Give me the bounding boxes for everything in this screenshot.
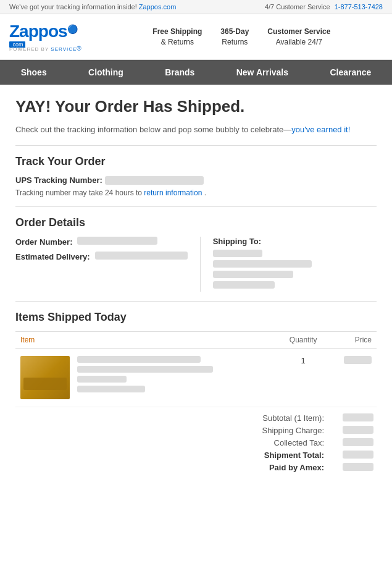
subtitle-link[interactable]: you've earned it! <box>291 125 350 134</box>
shipment-total-label: Shipment Total: <box>188 451 324 460</box>
order-details-right: Shipping To: <box>201 237 377 292</box>
addr-line-3 <box>213 271 293 278</box>
subtotal-amount <box>336 413 373 423</box>
header: Zappos 🔵 .com POWERED by SERVICE® Free S… <box>0 14 392 60</box>
feature-shipping-line1: Free Shipping <box>152 27 202 37</box>
top-bar-promo-text: We've got your tracking information insi… <box>9 3 137 11</box>
item-cell <box>15 349 279 407</box>
desc-line-2 <box>77 366 213 373</box>
feature-shipping-line2: & Returns <box>152 37 202 48</box>
tracking-note-before: Tracking number may take 24 hours to <box>15 188 142 197</box>
paid-amex-amount <box>336 463 373 473</box>
items-section-title: Items Shipped Today <box>15 311 377 324</box>
feature-service-line1: Customer Service <box>267 27 330 37</box>
top-bar: We've got your tracking information insi… <box>0 0 392 14</box>
order-details-grid: Order Number: Estimated Delivery: Shippi… <box>15 237 377 292</box>
desc-line-3 <box>77 376 127 383</box>
tax-row: Collected Tax: <box>188 438 373 448</box>
paid-amex-val <box>343 463 373 471</box>
divider-3 <box>15 301 377 302</box>
tracking-note-after: . <box>204 188 206 197</box>
items-table: Item Quantity Price <box>15 331 377 407</box>
logo-text: Zappos <box>9 22 67 41</box>
top-bar-link[interactable]: Zappos.com <box>139 3 177 11</box>
col-header-price: Price <box>328 332 377 349</box>
main-nav: Shoes Clothing Brands New Arrivals Clear… <box>0 60 392 85</box>
order-number-row: Order Number: <box>15 237 188 247</box>
nav-item-clearance[interactable]: Clearance <box>317 60 383 85</box>
tracking-note-link[interactable]: return information <box>144 188 202 197</box>
feature-returns-line2: Returns <box>220 37 249 48</box>
shipment-total-amount <box>336 451 373 460</box>
top-bar-service-text: 4/7 Customer Service <box>265 3 330 11</box>
shipping-charge-label: Shipping Charge: <box>188 426 324 436</box>
feature-service: Customer Service Available 24/7 <box>267 27 330 48</box>
top-bar-right: 4/7 Customer Service 1-877-513-7428 <box>265 3 383 11</box>
shipment-total-val <box>343 451 373 459</box>
feature-shipping: Free Shipping & Returns <box>152 27 202 48</box>
items-section: Items Shipped Today Item Quantity Price <box>15 311 377 475</box>
order-details-left: Order Number: Estimated Delivery: <box>15 237 201 292</box>
tax-val <box>343 438 373 446</box>
col-header-item: Item <box>15 332 279 349</box>
paid-amex-row: Paid by Amex: <box>188 463 373 473</box>
shipping-charge-row: Shipping Charge: <box>188 426 373 436</box>
addr-line-1 <box>213 250 262 257</box>
header-features: Free Shipping & Returns 365-Day Returns … <box>101 27 383 48</box>
est-delivery-value <box>95 252 188 260</box>
subtotal-val <box>343 413 373 421</box>
divider-2 <box>15 206 377 207</box>
table-row: 1 <box>15 349 377 407</box>
top-bar-left: We've got your tracking information insi… <box>9 3 176 11</box>
shipping-charge-amount <box>336 426 373 436</box>
desc-line-4 <box>77 386 145 392</box>
order-number-label: Order Number: <box>15 237 72 247</box>
addr-line-2 <box>213 260 312 268</box>
item-price <box>328 349 377 407</box>
tax-amount <box>336 438 373 448</box>
main-content: YAY! Your Order Has Shipped. Check out t… <box>0 85 392 488</box>
feature-service-line2: Available 24/7 <box>267 37 330 48</box>
shipping-to-label: Shipping To: <box>213 237 377 246</box>
tracking-number-row: UPS Tracking Number: <box>15 176 377 185</box>
item-price-value <box>344 356 372 364</box>
est-delivery-label: Estimated Delivery: <box>15 252 90 261</box>
shipping-charge-val <box>343 426 373 434</box>
tracking-label: UPS Tracking Number: <box>15 176 102 185</box>
item-desc <box>77 356 213 396</box>
track-section-title: Track Your Order <box>15 155 377 168</box>
logo-icon: 🔵 <box>67 24 78 34</box>
totals-section: Subtotal (1 Item): Shipping Charge: Coll… <box>15 413 377 475</box>
subtitle-text-before: Check out the tracking information below… <box>15 125 283 134</box>
nav-item-new-arrivals[interactable]: New Arrivals <box>224 60 301 85</box>
addr-line-4 <box>213 281 275 289</box>
paid-amex-label: Paid by Amex: <box>188 463 324 473</box>
feature-returns: 365-Day Returns <box>220 27 249 48</box>
logo[interactable]: Zappos 🔵 .com POWERED by SERVICE® <box>9 22 82 52</box>
shipment-total-row: Shipment Total: <box>188 451 373 460</box>
item-image <box>20 356 70 399</box>
order-number-value <box>77 237 157 245</box>
page-title: YAY! Your Order Has Shipped. <box>15 97 377 116</box>
order-details-title: Order Details <box>15 216 377 229</box>
subtotal-row: Subtotal (1 Item): <box>188 413 373 423</box>
nav-item-brands[interactable]: Brands <box>152 60 207 85</box>
tracking-note: Tracking number may take 24 hours to ret… <box>15 188 377 197</box>
feature-returns-line1: 365-Day <box>220 27 249 37</box>
col-header-qty: Quantity <box>279 332 328 349</box>
nav-item-clothing[interactable]: Clothing <box>76 60 136 85</box>
desc-line-1 <box>77 356 201 363</box>
nav-item-shoes[interactable]: Shoes <box>9 60 59 85</box>
subtotal-label: Subtotal (1 Item): <box>188 413 324 423</box>
items-tbody: 1 <box>15 349 377 407</box>
top-bar-phone[interactable]: 1-877-513-7428 <box>335 3 383 11</box>
order-subtitle: Check out the tracking information below… <box>15 124 377 136</box>
tracking-number-value <box>105 176 204 185</box>
subtitle-dash: — <box>283 125 291 134</box>
tax-label: Collected Tax: <box>188 438 324 448</box>
est-delivery-row: Estimated Delivery: <box>15 252 188 261</box>
shipping-address <box>213 250 377 289</box>
logo-powered-text: POWERED by SERVICE® <box>9 45 82 52</box>
divider-1 <box>15 145 377 146</box>
item-cell-inner <box>20 356 274 399</box>
